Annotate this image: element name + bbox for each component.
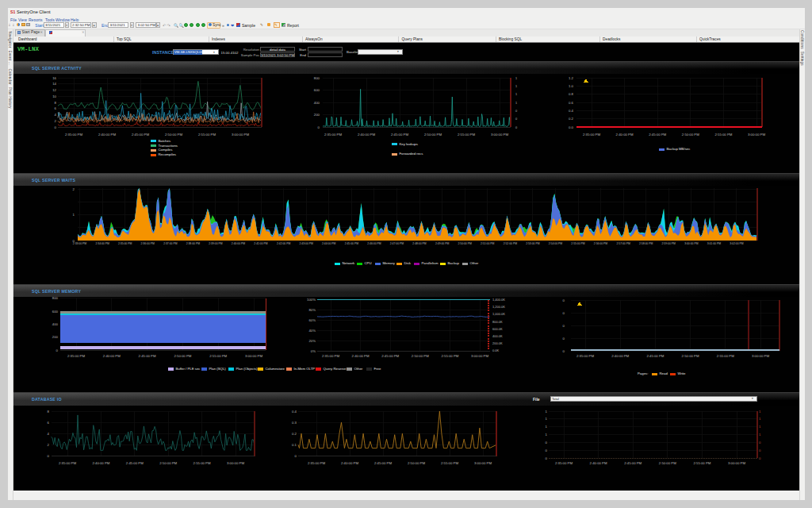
svg-text:2:45:00 PM: 2:45:00 PM (624, 461, 642, 465)
svg-text:2:40:00 PM: 2:40:00 PM (616, 133, 634, 137)
svg-text:2:52:00 PM: 2:52:00 PM (504, 242, 518, 245)
svg-text:0: 0 (563, 324, 565, 328)
svg-text:3:00:00 PM: 3:00:00 PM (684, 242, 699, 245)
svg-text:2: 2 (55, 119, 57, 123)
svg-text:2:55:00 PM: 2:55:00 PM (458, 133, 475, 137)
svg-text:3:00:00 PM: 3:00:00 PM (748, 133, 765, 137)
svg-text:40%: 40% (308, 329, 316, 333)
svg-text:1: 1 (546, 417, 548, 421)
svg-text:2:55:00 PM: 2:55:00 PM (441, 461, 458, 465)
svg-text:0.3: 0.3 (292, 421, 297, 425)
svg-text:2:35:00 PM: 2:35:00 PM (118, 242, 132, 245)
svg-text:20%: 20% (308, 339, 316, 343)
svg-text:2:55:00 PM: 2:55:00 PM (198, 133, 216, 137)
svg-text:2:50:00 PM: 2:50:00 PM (659, 461, 676, 465)
svg-text:800.0K: 800.0K (492, 320, 503, 324)
svg-text:80%: 80% (308, 308, 316, 312)
svg-text:3:00:00 PM: 3:00:00 PM (232, 133, 249, 137)
svg-text:2:50:00 PM: 2:50:00 PM (458, 242, 472, 245)
svg-text:2:35:00 PM: 2:35:00 PM (67, 354, 85, 358)
svg-text:60%: 60% (308, 318, 316, 322)
svg-text:200: 200 (52, 335, 59, 339)
svg-text:3:00:00 PM: 3:00:00 PM (227, 461, 244, 465)
svg-text:0: 0 (759, 441, 761, 444)
svg-text:0.0K: 0.0K (492, 348, 500, 352)
svg-text:600.0K: 600.0K (492, 327, 503, 331)
svg-text:2:33:00 PM: 2:33:00 PM (73, 242, 87, 245)
svg-text:0.0: 0.0 (569, 125, 574, 129)
svg-text:2: 2 (48, 443, 50, 447)
svg-text:2:40:00 PM: 2:40:00 PM (103, 354, 121, 358)
svg-text:6: 6 (55, 106, 57, 110)
svg-text:1: 1 (515, 102, 517, 105)
svg-text:2:34:00 PM: 2:34:00 PM (95, 242, 109, 245)
svg-text:2:35:00 PM: 2:35:00 PM (555, 461, 573, 465)
svg-text:2:36:00 PM: 2:36:00 PM (141, 242, 155, 245)
svg-text:0: 0 (515, 110, 517, 113)
svg-text:1,400.0K: 1,400.0K (492, 298, 505, 302)
svg-text:2:49:00 PM: 2:49:00 PM (435, 242, 450, 245)
svg-text:3:02:00 PM: 3:02:00 PM (730, 242, 744, 245)
svg-text:600: 600 (314, 88, 320, 92)
svg-text:1: 1 (515, 77, 517, 80)
svg-text:0.8: 0.8 (569, 92, 574, 96)
svg-text:200.0K: 200.0K (492, 341, 503, 345)
svg-text:2:41:00 PM: 2:41:00 PM (254, 242, 268, 245)
svg-text:0.4: 0.4 (569, 109, 574, 113)
svg-text:0.2: 0.2 (292, 432, 297, 436)
svg-text:2:55:00 PM: 2:55:00 PM (441, 354, 458, 358)
svg-text:0: 0 (563, 349, 565, 353)
svg-text:0.6: 0.6 (569, 101, 574, 105)
svg-text:3:00:00 PM: 3:00:00 PM (471, 354, 488, 358)
svg-text:2:45:00 PM: 2:45:00 PM (391, 133, 408, 137)
svg-text:2:55:00 PM: 2:55:00 PM (693, 461, 710, 465)
svg-text:2:35:00 PM: 2:35:00 PM (308, 461, 325, 465)
svg-text:0: 0 (759, 456, 761, 460)
svg-text:1: 1 (515, 93, 517, 96)
svg-text:2:50:00 PM: 2:50:00 PM (412, 354, 429, 358)
svg-text:2:44:00 PM: 2:44:00 PM (322, 242, 336, 245)
svg-text:2:37:00 PM: 2:37:00 PM (163, 242, 178, 245)
svg-text:600: 600 (52, 310, 59, 314)
svg-text:2:35:00 PM: 2:35:00 PM (324, 133, 342, 137)
svg-text:2:35:00 PM: 2:35:00 PM (59, 461, 76, 465)
svg-text:2:50:00 PM: 2:50:00 PM (159, 461, 177, 465)
svg-text:1.0: 1.0 (569, 84, 574, 88)
svg-text:0: 0 (515, 117, 517, 121)
svg-text:2:40:00 PM: 2:40:00 PM (590, 461, 607, 465)
svg-text:16: 16 (52, 76, 56, 80)
svg-text:0: 0 (563, 298, 565, 302)
svg-text:2:50:00 PM: 2:50:00 PM (424, 133, 442, 137)
svg-text:4: 4 (48, 432, 50, 436)
svg-text:0: 0 (295, 454, 297, 458)
svg-text:2:51:00 PM: 2:51:00 PM (481, 242, 495, 245)
svg-text:1,000.0K: 1,000.0K (492, 312, 505, 316)
svg-text:2:40:00 PM: 2:40:00 PM (232, 242, 246, 245)
svg-text:2:55:00 PM: 2:55:00 PM (714, 133, 732, 137)
svg-text:0: 0 (56, 348, 59, 352)
svg-text:2:47:00 PM: 2:47:00 PM (390, 242, 404, 245)
svg-text:1: 1 (759, 410, 761, 414)
svg-text:0: 0 (48, 454, 50, 458)
svg-text:2:45:00 PM: 2:45:00 PM (345, 242, 359, 245)
svg-text:100%: 100% (307, 298, 316, 302)
svg-text:1: 1 (759, 417, 761, 421)
svg-text:1: 1 (515, 85, 517, 88)
svg-text:2:58:00 PM: 2:58:00 PM (639, 242, 653, 245)
svg-text:2:45:00 PM: 2:45:00 PM (132, 133, 149, 137)
svg-text:8: 8 (55, 101, 57, 105)
svg-text:2:54:00 PM: 2:54:00 PM (549, 242, 563, 245)
svg-text:0.2: 0.2 (569, 117, 574, 121)
svg-text:0: 0 (759, 448, 761, 452)
svg-text:2:56:00 PM: 2:56:00 PM (594, 242, 608, 245)
svg-text:0: 0 (318, 125, 320, 129)
svg-text:4: 4 (55, 113, 57, 117)
svg-text:14: 14 (52, 82, 56, 86)
svg-text:3:01:00 PM: 3:01:00 PM (707, 242, 722, 245)
svg-text:2:39:00 PM: 2:39:00 PM (209, 242, 223, 245)
svg-text:2:59:00 PM: 2:59:00 PM (662, 242, 676, 245)
svg-text:3:00:00 PM: 3:00:00 PM (245, 354, 262, 358)
svg-text:0.1: 0.1 (292, 443, 297, 447)
svg-text:0: 0 (546, 441, 548, 444)
svg-text:0: 0 (515, 126, 517, 129)
